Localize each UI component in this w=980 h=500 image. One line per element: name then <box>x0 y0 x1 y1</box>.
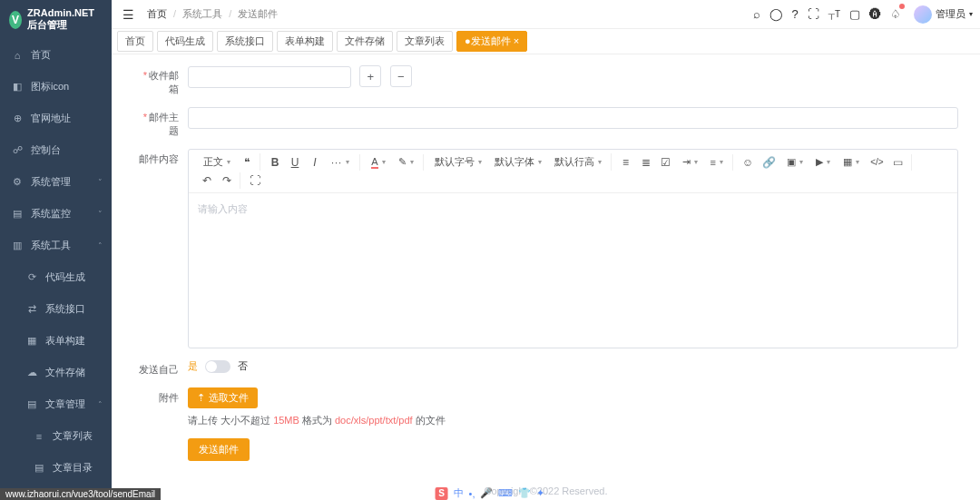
app-title: ZRAdmin.NET后台管理 <box>27 7 103 32</box>
form-content: *收件邮箱 + − *邮件主题 邮件内容 正文 <box>112 54 980 500</box>
content-label: 邮件内容 <box>133 149 188 166</box>
status-bar-url: www.izhaorui.cn/vue3/tool/sendEmail <box>0 488 161 500</box>
code-button[interactable]: </> <box>868 155 885 169</box>
tab-5[interactable]: 文章列表 <box>397 31 453 52</box>
search-icon[interactable]: ⌕ <box>753 7 760 21</box>
bg-color-button[interactable]: ✎ <box>395 154 417 170</box>
tabs-bar: 首页代码生成系统接口表单构建文件存储文章列表●发送邮件 × <box>112 29 980 54</box>
avatar <box>914 5 932 24</box>
sidebar: V ZRAdmin.NET后台管理 ⌂首页◧图标icon⊕官网地址☍控制台⚙系统… <box>0 0 112 500</box>
quote-button[interactable]: ❝ <box>240 154 254 171</box>
ime-logo: S <box>436 487 448 500</box>
sidebar-sub-0[interactable]: ⟳代码生成 <box>0 261 112 293</box>
sidebar-item-4[interactable]: ⚙系统管理˅ <box>0 166 112 198</box>
fontfamily-select[interactable]: 默认字体 <box>491 153 545 171</box>
fullscreen-editor-button[interactable]: ⛶ <box>248 172 262 189</box>
send-email-button[interactable]: 发送邮件 <box>188 438 250 461</box>
topbar: ☰ 首页 / 系统工具 / 发送邮件 ⌕ ◯ ? ⛶ ┬T ▢ 🅐 ♤ 管理员 <box>112 0 980 29</box>
image-button[interactable]: ▣ <box>783 154 807 170</box>
notification-icon[interactable]: ♤ <box>890 7 901 21</box>
fullscreen-icon[interactable]: ⛶ <box>808 7 819 21</box>
sidebar-sub-1[interactable]: ⇄系统接口 <box>0 293 112 325</box>
tab-1[interactable]: 代码生成 <box>157 31 213 52</box>
top-icons: ⌕ ◯ ? ⛶ ┬T ▢ 🅐 ♤ 管理员 ▾ <box>753 5 973 24</box>
editor-toolbar: 正文 ❝ B U I ··· A ✎ <box>189 150 957 193</box>
user-menu[interactable]: 管理员 ▾ <box>910 5 973 24</box>
fontsize-icon[interactable]: ┬T <box>828 9 840 19</box>
attachment-label: 附件 <box>133 387 188 405</box>
lineheight-select[interactable]: 默认行高 <box>551 153 605 171</box>
more-format-button[interactable]: ··· <box>328 155 354 170</box>
align-button[interactable]: ≡ <box>707 155 727 170</box>
footer: Copyright ©2022 Reserved. <box>112 485 980 496</box>
app-logo[interactable]: V ZRAdmin.NET后台管理 <box>0 0 112 39</box>
sidebar-article-1[interactable]: ▤文章目录 <box>0 452 112 484</box>
link-button[interactable]: 🔗 <box>760 154 778 171</box>
subject-label: *邮件主题 <box>133 107 188 138</box>
send-self-switch[interactable] <box>205 360 230 373</box>
sidebar-sub-2[interactable]: ▦表单构建 <box>0 325 112 357</box>
underline-button[interactable]: U <box>288 154 302 171</box>
sidebar-item-5[interactable]: ▤系统监控˅ <box>0 198 112 230</box>
username: 管理员 <box>936 7 965 21</box>
editor-body[interactable]: 请输入内容 <box>189 193 957 348</box>
tab-2[interactable]: 系统接口 <box>217 31 273 52</box>
redo-button[interactable]: ↷ <box>220 172 234 189</box>
subject-input[interactable] <box>188 107 958 129</box>
sidebar-article-0[interactable]: ≡文章列表 <box>0 420 112 452</box>
font-color-button[interactable]: A <box>368 154 388 171</box>
codeblock-button[interactable]: ▭ <box>891 154 906 171</box>
lang-icon[interactable]: 🅐 <box>869 7 881 21</box>
recipient-input[interactable] <box>188 66 351 88</box>
sidebar-item-1[interactable]: ◧图标icon <box>0 71 112 103</box>
sidebar-item-6[interactable]: ▥系统工具˄ <box>0 230 112 261</box>
ime-lang[interactable]: 中 <box>454 486 464 500</box>
sidebar-item-0[interactable]: ⌂首页 <box>0 39 112 71</box>
sidebar-item-2[interactable]: ⊕官网地址 <box>0 103 112 134</box>
tab-3[interactable]: 表单构建 <box>277 31 333 52</box>
help-icon[interactable]: ? <box>792 7 799 21</box>
sidebar-item-3[interactable]: ☍控制台 <box>0 134 112 166</box>
rich-editor: 正文 ❝ B U I ··· A ✎ <box>188 149 958 348</box>
hamburger-icon[interactable]: ☰ <box>119 4 138 25</box>
tab-6[interactable]: ●发送邮件 × <box>456 31 527 52</box>
github-icon[interactable]: ◯ <box>769 7 783 21</box>
video-button[interactable]: ▶ <box>812 154 834 170</box>
layout-icon[interactable]: ▢ <box>849 7 860 21</box>
undo-button[interactable]: ↶ <box>200 172 214 189</box>
ul-button[interactable]: ≡ <box>619 154 633 171</box>
upload-hint: 请上传 大小不超过 15MB 格式为 doc/xls/ppt/txt/pdf 的… <box>188 414 958 427</box>
emoji-button[interactable]: ☺ <box>740 154 755 171</box>
heading-select[interactable]: 正文 <box>200 153 234 171</box>
logo-icon: V <box>9 11 22 29</box>
chevron-down-icon: ▾ <box>969 10 973 18</box>
indent-button[interactable]: ⇥ <box>679 154 701 170</box>
sidebar-sub-3[interactable]: ☁文件存储 <box>0 357 112 388</box>
breadcrumb: 首页 / 系统工具 / 发送邮件 <box>147 7 278 21</box>
fontsize-select[interactable]: 默认字号 <box>431 153 485 171</box>
task-button[interactable]: ☑ <box>659 154 673 171</box>
breadcrumb-tools[interactable]: 系统工具 <box>182 8 222 19</box>
ime-bar: S 中 •, 🎤 ⌨ 👕 ✦ <box>436 486 545 500</box>
send-self-label: 发送自己 <box>133 359 188 377</box>
remove-recipient-button[interactable]: − <box>390 65 412 87</box>
add-recipient-button[interactable]: + <box>359 65 381 87</box>
italic-button[interactable]: I <box>308 154 322 171</box>
sidebar-sub-4[interactable]: ▤文章管理˄ <box>0 388 112 420</box>
switch-yes-label: 是 <box>188 359 198 373</box>
switch-no-label: 否 <box>238 359 248 373</box>
ol-button[interactable]: ≣ <box>639 154 653 171</box>
table-button[interactable]: ▦ <box>839 154 863 170</box>
main-area: ☰ 首页 / 系统工具 / 发送邮件 ⌕ ◯ ? ⛶ ┬T ▢ 🅐 ♤ 管理员 <box>112 0 980 500</box>
recipient-label: *收件邮箱 <box>133 65 188 96</box>
bold-button[interactable]: B <box>268 154 282 171</box>
tab-4[interactable]: 文件存储 <box>337 31 393 52</box>
tab-0[interactable]: 首页 <box>117 31 153 52</box>
breadcrumb-current: 发送邮件 <box>238 8 278 19</box>
breadcrumb-home[interactable]: 首页 <box>147 8 167 19</box>
upload-button[interactable]: ⇡选取文件 <box>188 387 258 408</box>
upload-icon: ⇡ <box>197 392 205 404</box>
